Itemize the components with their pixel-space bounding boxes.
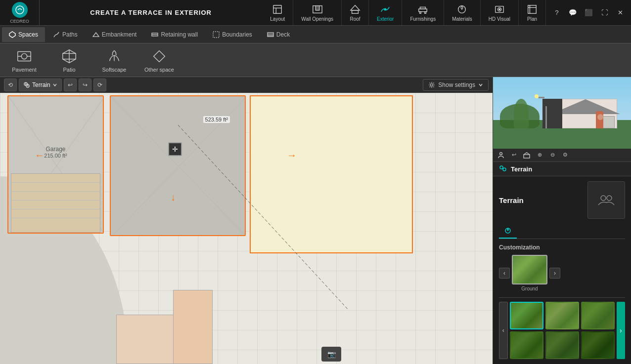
- yellow-area: [250, 95, 413, 253]
- right-sidebar: ↩ ⊕ ⊖ ⚙ Terrain Terrain: [493, 77, 631, 364]
- divider: [499, 297, 625, 298]
- canvas-undo-button[interactable]: ↩: [64, 79, 77, 91]
- svg-rect-12: [420, 7, 426, 9]
- space-other[interactable]: Other space: [137, 44, 181, 76]
- toolbar-layout[interactable]: Layout: [262, 0, 293, 25]
- preview-scene: [493, 77, 631, 149]
- sidebar-tool-building[interactable]: [521, 149, 533, 161]
- toolbar-plan[interactable]: Plan: [519, 0, 546, 25]
- svg-rect-5: [316, 5, 319, 10]
- texture-3[interactable]: [510, 331, 543, 359]
- sidebar-tool-person[interactable]: [495, 149, 507, 161]
- arrow-right: →: [287, 150, 297, 161]
- garage-label: Garage 215.00 ft²: [44, 146, 67, 159]
- toolbar-wall-openings[interactable]: Wall Openings: [293, 0, 342, 25]
- close-button[interactable]: ✕: [613, 6, 627, 20]
- texture-5[interactable]: [581, 331, 615, 359]
- second-toolbar: Spaces Paths Embankment Retaining wall B…: [0, 26, 631, 43]
- toolbar-furnishings[interactable]: Furnishings: [402, 0, 444, 25]
- svg-marker-21: [93, 33, 99, 37]
- tab-boundaries[interactable]: Boundaries: [206, 27, 259, 42]
- sidebar-tool-zoom-in[interactable]: ⊕: [534, 149, 545, 161]
- tab-retaining-wall[interactable]: Retaining wall: [144, 27, 205, 42]
- svg-rect-10: [420, 11, 421, 13]
- space-softscape[interactable]: Softscape: [92, 44, 136, 76]
- garage-stripes: [11, 173, 100, 233]
- toolbar-exterior[interactable]: Exterior: [369, 0, 402, 25]
- svg-rect-25: [268, 33, 273, 37]
- toolbar-hd-visual[interactable]: HD Visual: [481, 0, 519, 25]
- logo-icon: [12, 2, 28, 18]
- toolbar-materials[interactable]: Materials: [444, 0, 481, 25]
- canvas-reset-button[interactable]: ⟲: [4, 79, 17, 91]
- texture-grid-prev[interactable]: ‹: [499, 302, 508, 359]
- svg-point-42: [431, 84, 433, 86]
- canvas-area[interactable]: ⟲ Terrain ↩ ↪ ⟳ Show settings: [0, 77, 493, 364]
- move-icon[interactable]: ✛: [168, 142, 182, 156]
- texture-4[interactable]: [545, 331, 579, 359]
- svg-rect-11: [425, 11, 426, 13]
- garage-panel: Garage 215.00 ft²: [7, 95, 104, 234]
- svg-point-53: [607, 196, 612, 201]
- svg-rect-7: [352, 10, 359, 13]
- show-settings-button[interactable]: Show settings: [423, 79, 489, 91]
- texture-0[interactable]: [510, 302, 543, 329]
- space-pavement[interactable]: Pavement: [2, 44, 46, 76]
- svg-marker-6: [351, 5, 360, 10]
- arrow-left: ←: [35, 150, 45, 161]
- svg-point-51: [503, 168, 506, 171]
- app-title: CREATE A TERRACE IN EXTERIOR: [40, 9, 262, 16]
- svg-point-8: [384, 8, 386, 10]
- sidebar-toolbar: ↩ ⊕ ⊖ ⚙: [493, 149, 631, 162]
- main-area: ⟲ Terrain ↩ ↪ ⟳ Show settings: [0, 77, 631, 364]
- canvas-redo-button[interactable]: ↪: [79, 79, 91, 91]
- texture-1[interactable]: [545, 302, 579, 329]
- customization-title: Customization: [499, 244, 625, 251]
- tab-spaces[interactable]: Spaces: [2, 27, 45, 42]
- properties-panel: Terrain Customization ‹: [493, 176, 631, 364]
- terrain-dropdown[interactable]: Terrain: [19, 79, 62, 91]
- texture-grid-next[interactable]: ›: [617, 302, 625, 359]
- help-button[interactable]: ?: [550, 6, 564, 20]
- space-toolbar: Pavement Patio Softscape Other space: [0, 43, 631, 77]
- top-toolbar: CEDREO CREATE A TERRACE IN EXTERIOR Layo…: [0, 0, 631, 26]
- canvas-refresh-button[interactable]: ⟳: [93, 79, 106, 91]
- chat-button[interactable]: 💬: [566, 6, 580, 20]
- svg-marker-37: [154, 50, 165, 62]
- building-structure-2: [173, 290, 213, 364]
- terrain-preview-icon: [596, 190, 616, 210]
- texture-grid: [510, 302, 615, 359]
- svg-point-48: [500, 152, 502, 155]
- terrain-header: Terrain: [493, 162, 631, 176]
- texture-2[interactable]: [581, 302, 615, 329]
- sidebar-tool-undo[interactable]: ↩: [508, 149, 520, 161]
- prop-tab-style[interactable]: [499, 224, 517, 239]
- camera-icon: 📷: [321, 347, 341, 362]
- svg-rect-24: [213, 32, 219, 38]
- svg-point-16: [498, 8, 500, 10]
- svg-marker-20: [9, 32, 15, 38]
- texture-carousel: ‹ Ground ›: [499, 255, 625, 291]
- carousel-next[interactable]: ›: [549, 268, 560, 279]
- share-button[interactable]: ⬛: [582, 6, 595, 20]
- space-patio[interactable]: Patio: [47, 44, 91, 76]
- terrain-title-row: Terrain: [499, 181, 625, 219]
- tab-embankment[interactable]: Embankment: [86, 27, 144, 42]
- carousel-prev[interactable]: ‹: [499, 268, 510, 279]
- terrain-preview-box: [587, 181, 625, 219]
- toolbar-roof[interactable]: Roof: [342, 0, 369, 25]
- svg-point-29: [21, 53, 27, 59]
- right-toolbar-btns: ? 💬 ⬛ ⛶ ✕: [546, 6, 631, 20]
- texture-grid-row: ‹ ›: [499, 302, 625, 359]
- texture-ground-option[interactable]: Ground: [512, 255, 547, 291]
- sidebar-tool-zoom-out[interactable]: ⊖: [546, 149, 558, 161]
- tab-deck[interactable]: Deck: [260, 27, 297, 42]
- tab-paths[interactable]: Paths: [46, 27, 85, 42]
- fullscreen-button[interactable]: ⛶: [597, 6, 611, 20]
- svg-point-52: [601, 196, 606, 201]
- preview-3d: [493, 77, 631, 149]
- canvas-content[interactable]: Garage 215.00 ft² 52: [0, 93, 493, 364]
- svg-rect-1: [273, 5, 282, 13]
- sidebar-tool-settings[interactable]: ⚙: [559, 149, 571, 161]
- right-panel[interactable]: 523.59 ft²: [110, 95, 246, 236]
